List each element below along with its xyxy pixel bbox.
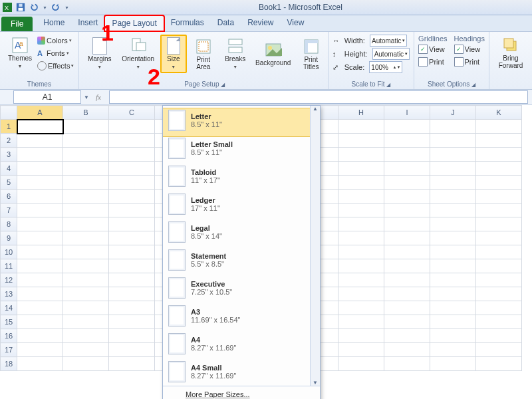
cell-K13[interactable] [476, 287, 522, 301]
tab-review[interactable]: Review [241, 15, 280, 31]
row-header-4[interactable]: 4 [1, 162, 17, 176]
cell-C14[interactable] [109, 301, 155, 315]
tab-formulas[interactable]: Formulas [164, 15, 211, 31]
cell-J10[interactable] [430, 245, 476, 259]
cell-C3[interactable] [109, 148, 155, 162]
cell-C18[interactable] [109, 357, 155, 371]
row-header-8[interactable]: 8 [1, 217, 17, 231]
cell-H9[interactable] [338, 231, 384, 245]
cell-B13[interactable] [63, 287, 109, 301]
cell-H13[interactable] [338, 287, 384, 301]
cell-A8[interactable] [17, 217, 63, 231]
cell-B3[interactable] [63, 148, 109, 162]
cell-A9[interactable] [17, 231, 63, 245]
col-header-A[interactable]: A [17, 106, 63, 120]
cell-H18[interactable] [338, 357, 384, 371]
cell-I14[interactable] [384, 301, 430, 315]
cell-A10[interactable] [17, 245, 63, 259]
row-header-7[interactable]: 7 [1, 203, 17, 217]
cell-I12[interactable] [384, 273, 430, 287]
paper-size-executive[interactable]: Executive7.25" x 10.5" [163, 276, 320, 304]
cell-H3[interactable] [338, 148, 384, 162]
print-area-button[interactable]: Print Area [188, 36, 219, 72]
cell-C7[interactable] [109, 203, 155, 217]
cell-B17[interactable] [63, 343, 109, 357]
cell-H12[interactable] [338, 273, 384, 287]
cell-I15[interactable] [384, 315, 430, 329]
cell-K3[interactable] [476, 148, 522, 162]
cell-A17[interactable] [17, 343, 63, 357]
cell-I18[interactable] [384, 357, 430, 371]
headings-print-checkbox[interactable]: Print [454, 56, 485, 68]
cell-H5[interactable] [338, 176, 384, 190]
row-header-17[interactable]: 17 [1, 343, 17, 357]
row-header-9[interactable]: 9 [1, 231, 17, 245]
dropdown-scrollbar[interactable]: ▲▼ [310, 106, 320, 386]
scale-height-combo[interactable]: Automatic▾ [372, 48, 410, 60]
theme-effects-button[interactable]: Effects ▾ [37, 60, 74, 72]
paper-size-statement[interactable]: Statement5.5" x 8.5" [163, 248, 320, 276]
select-all-corner[interactable] [1, 106, 17, 120]
cell-B5[interactable] [63, 176, 109, 190]
cell-H2[interactable] [338, 134, 384, 148]
cell-C11[interactable] [109, 259, 155, 273]
cell-A4[interactable] [17, 162, 63, 176]
breaks-button[interactable]: Breaks▼ [220, 35, 251, 72]
cell-C4[interactable] [109, 162, 155, 176]
cell-H8[interactable] [338, 217, 384, 231]
theme-fonts-button[interactable]: AFonts ▾ [37, 47, 74, 59]
cell-C15[interactable] [109, 315, 155, 329]
cell-J2[interactable] [430, 134, 476, 148]
cell-B7[interactable] [63, 203, 109, 217]
cell-H4[interactable] [338, 162, 384, 176]
col-header-J[interactable]: J [430, 106, 476, 120]
cell-B1[interactable] [63, 120, 109, 134]
cell-C10[interactable] [109, 245, 155, 259]
cell-J14[interactable] [430, 301, 476, 315]
row-header-3[interactable]: 3 [1, 148, 17, 162]
cell-B12[interactable] [63, 273, 109, 287]
cell-B10[interactable] [63, 245, 109, 259]
cell-B15[interactable] [63, 315, 109, 329]
save-icon[interactable] [16, 3, 25, 12]
cell-K7[interactable] [476, 203, 522, 217]
cell-K8[interactable] [476, 217, 522, 231]
cell-K11[interactable] [476, 259, 522, 273]
col-header-K[interactable]: K [476, 106, 522, 120]
row-header-2[interactable]: 2 [1, 134, 17, 148]
cell-K14[interactable] [476, 301, 522, 315]
row-header-16[interactable]: 16 [1, 329, 17, 343]
tab-home[interactable]: Home [37, 15, 71, 31]
cell-J13[interactable] [430, 287, 476, 301]
cell-H10[interactable] [338, 245, 384, 259]
row-header-6[interactable]: 6 [1, 190, 17, 203]
size-button[interactable]: Size▼ [160, 35, 187, 73]
cell-I16[interactable] [384, 329, 430, 343]
row-header-12[interactable]: 12 [1, 273, 17, 287]
gridlines-print-checkbox[interactable]: Print [418, 56, 447, 68]
cell-H11[interactable] [338, 259, 384, 273]
cell-K6[interactable] [476, 190, 522, 203]
cell-C5[interactable] [109, 176, 155, 190]
cell-I2[interactable] [384, 134, 430, 148]
cell-K10[interactable] [476, 245, 522, 259]
cell-K5[interactable] [476, 176, 522, 190]
cell-A3[interactable] [17, 148, 63, 162]
cell-J4[interactable] [430, 162, 476, 176]
cell-J5[interactable] [430, 176, 476, 190]
cell-J1[interactable] [430, 120, 476, 134]
paper-size-letter-small[interactable]: Letter Small8.5" x 11" [163, 136, 320, 164]
tab-insert[interactable]: Insert [71, 15, 104, 31]
row-header-18[interactable]: 18 [1, 357, 17, 371]
cell-K18[interactable] [476, 357, 522, 371]
cell-I13[interactable] [384, 287, 430, 301]
cell-C6[interactable] [109, 190, 155, 203]
cell-A16[interactable] [17, 329, 63, 343]
theme-colors-button[interactable]: Colors ▾ [37, 35, 74, 47]
cell-H6[interactable] [338, 190, 384, 203]
qat-customize-icon[interactable]: ▼ [65, 5, 69, 10]
cell-J18[interactable] [430, 357, 476, 371]
cell-J8[interactable] [430, 217, 476, 231]
col-header-H[interactable]: H [338, 106, 384, 120]
col-header-B[interactable]: B [63, 106, 109, 120]
